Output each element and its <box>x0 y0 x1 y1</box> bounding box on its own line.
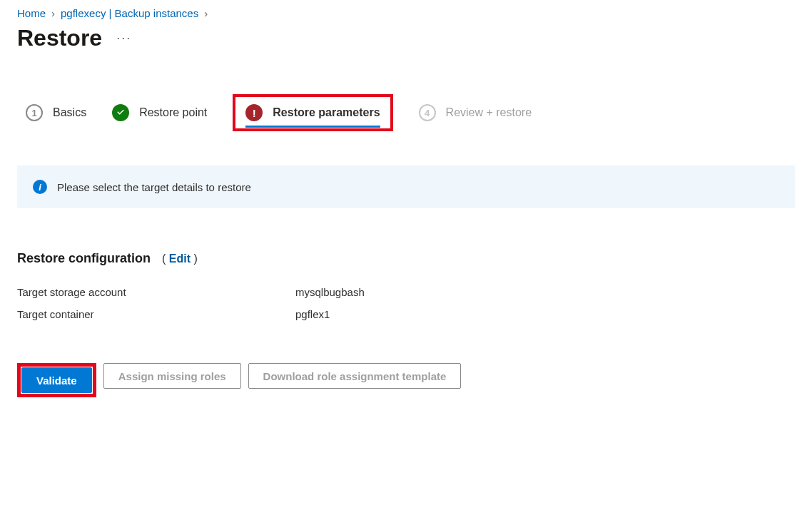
title-row: Restore ··· <box>17 25 795 51</box>
download-role-assignment-template-button[interactable]: Download role assignment template <box>248 363 462 389</box>
config-row: Target container pgflex1 <box>17 308 795 320</box>
edit-wrap: ( Edit ) <box>162 253 198 265</box>
wizard-steps: 1 Basics Restore point ! Restore paramet… <box>17 94 795 131</box>
more-actions-button[interactable]: ··· <box>116 31 131 46</box>
breadcrumb-backup-instances[interactable]: pgflexecy | Backup instances <box>61 7 198 19</box>
validate-button[interactable]: Validate <box>21 367 92 393</box>
breadcrumb: Home › pgflexecy | Backup instances › <box>17 7 795 19</box>
edit-link[interactable]: Edit <box>169 253 191 265</box>
step-restore-point[interactable]: Restore point <box>112 104 207 121</box>
assign-missing-roles-button[interactable]: Assign missing roles <box>103 363 241 389</box>
info-banner-text: Please select the target details to rest… <box>57 181 251 193</box>
config-header: Restore configuration ( Edit ) <box>17 251 795 266</box>
chevron-right-icon: › <box>51 7 55 19</box>
step-label: Basics <box>53 106 86 119</box>
config-title: Restore configuration <box>17 251 151 266</box>
chevron-right-icon: › <box>204 7 208 19</box>
step-restore-parameters[interactable]: ! Restore parameters <box>233 94 392 131</box>
checkmark-icon <box>112 104 129 121</box>
step-review-restore[interactable]: 4 Review + restore <box>419 104 532 121</box>
target-container-value: pgflex1 <box>295 308 330 320</box>
config-row: Target storage account mysqlbugbash <box>17 286 795 298</box>
wizard-steps-inner: 1 Basics Restore point <box>26 104 207 121</box>
step-number-icon: 1 <box>26 104 43 121</box>
error-icon: ! <box>245 104 263 121</box>
info-banner: i Please select the target details to re… <box>17 165 795 208</box>
action-bar: Validate Assign missing roles Download r… <box>17 363 795 397</box>
step-number-icon: 4 <box>419 104 436 121</box>
target-storage-account-label: Target storage account <box>17 286 295 298</box>
target-storage-account-value: mysqlbugbash <box>295 286 365 298</box>
info-icon: i <box>33 180 47 194</box>
page-title: Restore <box>17 25 102 51</box>
step-label: Restore point <box>139 106 207 119</box>
step-label: Restore parameters <box>273 106 380 119</box>
step-basics[interactable]: 1 Basics <box>26 104 86 121</box>
step-label: Review + restore <box>446 106 532 119</box>
breadcrumb-home[interactable]: Home <box>17 7 46 19</box>
validate-highlight: Validate <box>17 363 96 397</box>
target-container-label: Target container <box>17 308 295 320</box>
